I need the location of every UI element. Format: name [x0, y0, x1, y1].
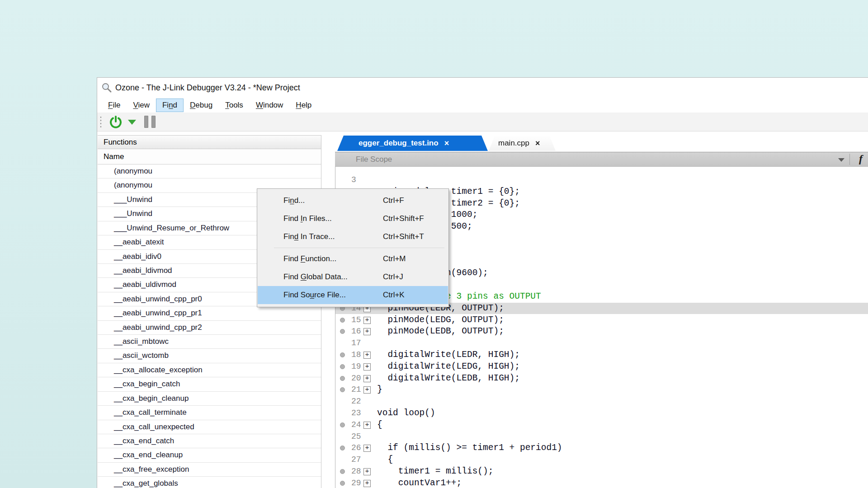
find-menu-item-find-function[interactable]: Find Function...Ctrl+M — [258, 250, 448, 268]
pause-icon[interactable] — [143, 116, 159, 128]
find-menu-item-find-source-file[interactable]: Find Source File...Ctrl+K — [258, 286, 448, 304]
expand-box-icon[interactable]: + — [363, 328, 371, 335]
menu-item-shortcut: Ctrl+K — [383, 286, 405, 304]
find-menu-item-find[interactable]: Find...Ctrl+F — [258, 192, 448, 210]
expand-box-icon[interactable]: + — [363, 468, 371, 475]
tab-debug-test-ino[interactable]: egger_debug_test.ino × — [337, 136, 488, 151]
menubar-item-help[interactable]: Help — [289, 99, 318, 112]
function-row[interactable]: __cxa_begin_cleanup — [98, 392, 321, 406]
functions-column-header-name[interactable]: Name — [98, 149, 321, 164]
breakpoint-dot-icon[interactable] — [340, 352, 345, 357]
code-line: 23void loop() — [335, 408, 868, 419]
code-line: 29+ countVar1++; — [335, 478, 868, 488]
tab-main-cpp[interactable]: main.cpp × — [489, 136, 556, 151]
breakpoint-dot-icon[interactable] — [340, 387, 345, 392]
chevron-down-icon[interactable] — [838, 158, 844, 162]
breakpoint-dot-icon[interactable] — [340, 422, 345, 427]
code-text: digitalWrite(LEDR, HIGH); — [377, 349, 520, 361]
expand-box-icon[interactable]: + — [363, 375, 371, 382]
expand-box-icon[interactable]: + — [363, 480, 371, 487]
menu-bar: FileViewFindDebugToolsWindowHelp — [97, 98, 868, 113]
line-number: 20 — [351, 373, 361, 385]
expand-box-icon[interactable]: + — [363, 352, 371, 359]
line-number: 3 — [351, 174, 356, 186]
line-number: 17 — [351, 338, 361, 349]
breakpoint-dot-icon[interactable] — [340, 364, 345, 369]
menu-item-shortcut: Ctrl+F — [383, 192, 404, 210]
breakpoint-dot-icon[interactable] — [340, 329, 345, 334]
menubar-item-view[interactable]: View — [127, 99, 156, 112]
menu-item-shortcut: Ctrl+Shift+T — [383, 228, 424, 246]
line-number: 28 — [351, 466, 361, 478]
line-number: 26 — [351, 442, 361, 454]
code-line: 3 — [335, 174, 868, 186]
breakpoint-dot-icon[interactable] — [340, 481, 345, 486]
breakpoint-dot-icon[interactable] — [340, 318, 345, 323]
close-icon[interactable]: × — [444, 139, 449, 147]
code-line: 26+ if (millis() >= timer1 + period1) — [335, 442, 868, 454]
menubar-item-find[interactable]: Find — [156, 99, 184, 112]
expand-box-icon[interactable]: + — [363, 363, 371, 371]
menu-item-shortcut: Ctrl+M — [383, 250, 406, 268]
function-row[interactable]: __cxa_call_terminate — [98, 406, 321, 420]
expand-box-icon[interactable]: + — [363, 386, 371, 394]
code-text: void loop() — [377, 408, 435, 419]
menu-item-label: Find In Files... — [283, 210, 332, 228]
scope-bar-separator — [849, 154, 850, 165]
function-row[interactable]: __aeabi_unwind_cpp_pr1 — [98, 306, 321, 320]
function-row[interactable]: (anonymou — [98, 164, 321, 178]
function-row[interactable]: __ascii_wctomb — [98, 349, 321, 363]
code-line: 22 — [335, 396, 868, 408]
code-text: pinMode(LEDB, OUTPUT); — [377, 326, 504, 338]
function-row[interactable]: __cxa_call_unexpected — [98, 420, 321, 434]
code-line: 25 — [335, 431, 868, 443]
code-line: 18+ digitalWrite(LEDR, HIGH); — [335, 349, 868, 361]
menu-item-label: Find In Trace... — [283, 228, 335, 246]
magnifier-icon — [101, 82, 112, 93]
function-row[interactable]: __cxa_free_exception — [98, 463, 321, 477]
menubar-item-tools[interactable]: Tools — [219, 99, 250, 112]
power-dropdown-arrow-icon[interactable] — [128, 120, 136, 125]
breakpoint-dot-icon[interactable] — [340, 376, 345, 381]
find-menu-item-find-in-trace[interactable]: Find In Trace...Ctrl+Shift+T — [258, 228, 448, 246]
code-text: digitalWrite(LEDG, HIGH); — [377, 361, 520, 373]
function-browser-icon[interactable]: f — [859, 153, 863, 165]
breakpoint-dot-icon[interactable] — [340, 446, 345, 450]
line-number: 24 — [351, 419, 361, 431]
line-number: 29 — [351, 478, 361, 488]
power-button-icon[interactable] — [109, 115, 123, 129]
line-number: 22 — [351, 396, 361, 408]
line-number: 21 — [351, 384, 361, 396]
window-title: Ozone - The J-Link Debugger V3.24 - *New… — [115, 83, 300, 93]
expand-box-icon[interactable]: + — [363, 422, 371, 429]
expand-box-icon[interactable]: + — [363, 445, 371, 452]
function-row[interactable]: __cxa_get_globals — [98, 477, 321, 488]
tab-label: main.cpp — [498, 139, 529, 148]
find-menu-item-find-in-files[interactable]: Find In Files...Ctrl+Shift+F — [258, 210, 448, 228]
toolbar-drag-handle[interactable] — [100, 116, 102, 128]
code-text: timer1 = millis(); — [377, 466, 493, 478]
function-row[interactable]: __aeabi_unwind_cpp_pr2 — [98, 321, 321, 335]
expand-box-icon[interactable]: + — [363, 317, 371, 324]
code-line: 27 { — [335, 454, 868, 466]
function-row[interactable]: __cxa_begin_catch — [98, 377, 321, 391]
code-line: 15+ pinMode(LEDG, OUTPUT); — [335, 314, 868, 326]
close-icon[interactable]: × — [535, 139, 540, 147]
function-row[interactable]: __cxa_allocate_exception — [98, 363, 321, 377]
code-text: pinMode(LEDG, OUTPUT); — [377, 314, 504, 326]
menubar-item-window[interactable]: Window — [250, 99, 289, 112]
function-row[interactable]: __cxa_end_catch — [98, 434, 321, 448]
find-menu-item-find-global-data[interactable]: Find Global Data...Ctrl+J — [258, 268, 448, 286]
breakpoint-dot-icon[interactable] — [340, 469, 345, 474]
line-number: 25 — [351, 431, 361, 443]
code-line: 28+ timer1 = millis(); — [335, 466, 868, 478]
menubar-item-debug[interactable]: Debug — [184, 99, 219, 112]
function-row[interactable]: __ascii_mbtowc — [98, 335, 321, 349]
editor-tab-bar: egger_debug_test.ino × main.cpp × — [335, 136, 868, 151]
menu-item-label: Find Source File... — [283, 286, 346, 304]
function-row[interactable]: __cxa_end_cleanup — [98, 448, 321, 462]
file-scope-bar[interactable]: File Scope f — [335, 152, 868, 167]
line-number: 27 — [351, 454, 361, 466]
line-number: 23 — [351, 408, 361, 419]
menubar-item-file[interactable]: File — [102, 99, 127, 112]
